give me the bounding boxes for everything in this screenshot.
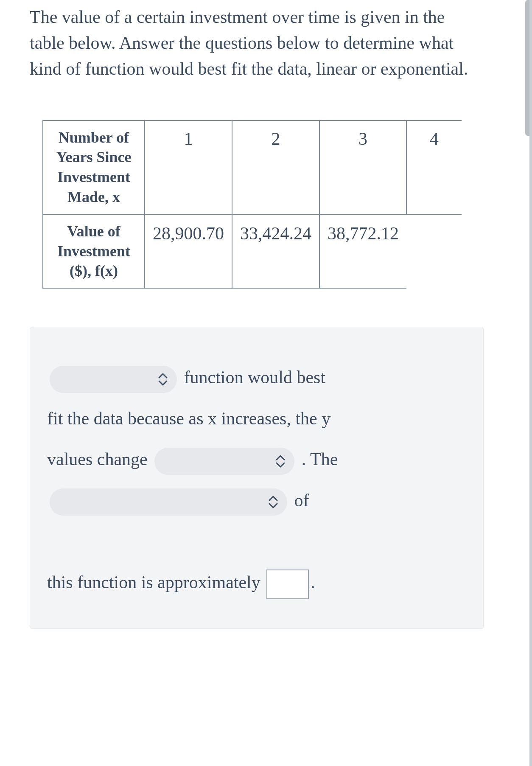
year-cell: 2 — [232, 121, 319, 214]
rate-type-dropdown[interactable] — [50, 488, 287, 516]
value-cell: 38,772.12 — [319, 214, 406, 288]
answer-text: . The — [297, 449, 338, 469]
question-text: The value of a certain investment over t… — [30, 4, 484, 82]
year-cell: 3 — [319, 121, 406, 214]
chevron-updown-icon — [157, 373, 168, 386]
answer-text: this function is approximately — [47, 572, 265, 592]
chevron-updown-icon — [268, 495, 279, 509]
scrollbar-thumb[interactable] — [525, 0, 531, 136]
year-cell: 1 — [145, 121, 232, 214]
function-type-dropdown[interactable] — [50, 366, 177, 393]
answer-text: of — [290, 491, 309, 510]
answer-text: values change — [47, 449, 152, 469]
answer-text: . — [311, 572, 315, 592]
answer-text: function would best — [179, 368, 325, 387]
value-cell: 33,424.24 — [232, 214, 319, 288]
data-table-wrap: Number of Years Since Investment Made, x… — [42, 120, 529, 289]
chevron-updown-icon — [275, 455, 286, 468]
value-input[interactable] — [266, 570, 309, 599]
change-type-dropdown[interactable] — [154, 448, 294, 475]
data-table: Number of Years Since Investment Made, x… — [42, 120, 462, 289]
row-years-label: Number of Years Since Investment Made, x — [43, 121, 145, 214]
value-cell: 28,900.70 — [145, 214, 232, 288]
row-value-label: Value of Investment ($), f(x) — [43, 214, 145, 288]
year-cell: 4 — [406, 121, 462, 214]
answer-box: function would best fit the data because… — [30, 327, 484, 629]
question-page: The value of a certain investment over t… — [0, 0, 532, 766]
answer-text: fit the data because as x increases, the… — [47, 409, 330, 428]
